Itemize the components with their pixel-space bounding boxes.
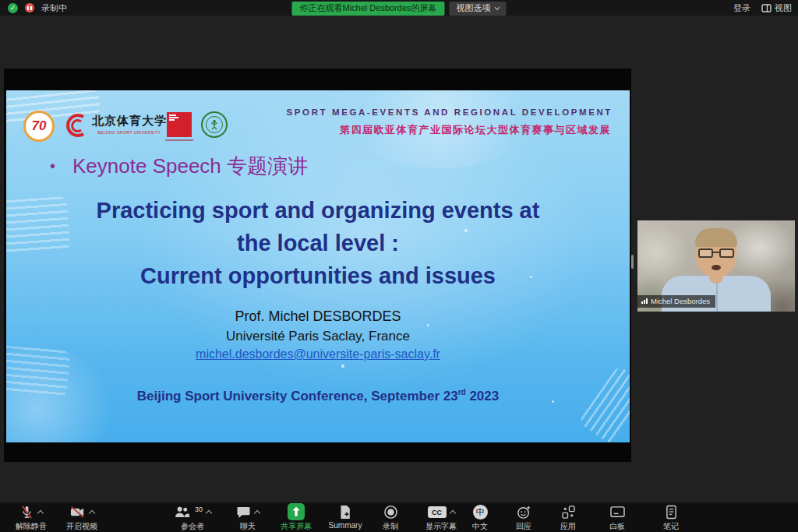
forum-title-english: SPORT MEGA-EVENTS AND REGIONAL DEVELOPME… <box>287 107 613 117</box>
participants-label: 参会者 <box>174 521 211 532</box>
unmute-label: 解除静音 <box>16 521 47 532</box>
share-screen-button[interactable]: 共享屏幕 <box>281 505 312 532</box>
slide-title: Practicing sport and organizing events a… <box>37 194 598 292</box>
recording-indicator-icon[interactable] <box>25 3 34 12</box>
view-label: 视图 <box>775 2 792 14</box>
microphone-muted-icon <box>19 505 34 520</box>
view-layout-button[interactable]: 视图 <box>761 2 792 14</box>
summary-label: Summary <box>329 521 362 530</box>
keynote-heading-text: Keynote Speech 专题演讲 <box>72 153 308 180</box>
chat-options-caret[interactable] <box>254 510 260 516</box>
chat-icon <box>236 506 251 519</box>
apps-label: 应用 <box>560 521 576 532</box>
chinese-language-icon: 中 <box>473 505 488 520</box>
share-screen-icon <box>288 503 305 520</box>
slide-title-line-2: the local level : <box>37 227 598 259</box>
portrait-hair <box>695 228 737 247</box>
login-button[interactable]: 登录 <box>733 2 750 14</box>
speaker-block: Prof. Michel DESBORDES Université Paris … <box>37 308 598 361</box>
business-school-logo <box>167 112 192 137</box>
business-school-logo-caption <box>165 139 193 141</box>
participants-button[interactable]: 30 参会者 <box>174 505 211 532</box>
meeting-top-bar: ✓ 录制中 你正在观看Michel Desbordes的屏幕 视图选项 登录 视… <box>0 0 798 16</box>
reactions-smiley-icon <box>517 505 531 520</box>
participant-video-tile[interactable]: Michel Desbordes <box>637 220 795 312</box>
language-button[interactable]: 中 中文 <box>472 505 488 532</box>
speaker-email-link[interactable]: michel.desbordes@universite-paris-saclay… <box>37 347 598 361</box>
audio-options-caret[interactable] <box>37 510 44 516</box>
encryption-shield-icon[interactable]: ✓ <box>8 3 18 13</box>
portrait-glasses <box>698 248 734 258</box>
participants-count: 30 <box>195 506 203 513</box>
decorative-dot <box>341 365 344 368</box>
start-video-button[interactable]: 开启视频 <box>66 505 97 532</box>
shared-screen-view: 70 北京体育大学 BEIJING SPORT UNIVERSITY <box>4 69 631 462</box>
reactions-button[interactable]: 回应 <box>516 505 531 532</box>
participant-name: Michel Desbordes <box>651 297 710 305</box>
anniversary-70-label: 70 <box>32 118 47 134</box>
meeting-toolbar: 解除静音 开启视频 30 <box>0 502 798 532</box>
slide-title-line-1: Practicing sport and organizing events a… <box>37 194 598 227</box>
anniversary-70-logo: 70 <box>23 111 55 142</box>
closed-captions-icon: CC <box>428 506 447 518</box>
participant-name-tag: Michel Desbordes <box>637 295 715 308</box>
record-label: 录制 <box>383 521 398 532</box>
figure-icon <box>210 119 219 130</box>
presentation-slide: 70 北京体育大学 BEIJING SPORT UNIVERSITY <box>6 90 630 442</box>
video-options-caret[interactable] <box>89 510 95 516</box>
summary-button[interactable]: Summary <box>329 505 362 530</box>
watching-screen-banner: 你正在观看Michel Desbordes的屏幕 <box>291 2 444 16</box>
apps-icon <box>562 506 575 519</box>
bsu-logo-text: 北京体育大学 BEIJING SPORT UNIVERSITY <box>90 114 168 135</box>
panel-resize-handle[interactable] <box>631 255 634 269</box>
record-button[interactable]: 录制 <box>383 505 398 532</box>
bullet-point: • <box>50 157 55 175</box>
view-layout-icon <box>761 4 772 12</box>
chevron-down-icon <box>494 5 500 10</box>
captions-button[interactable]: CC 显示字幕 <box>425 505 457 532</box>
keynote-heading: • Keynote Speech 专题演讲 <box>50 153 308 180</box>
conference-footer-ordinal: rd <box>458 388 466 396</box>
whiteboard-label: 白板 <box>609 521 625 532</box>
share-screen-label: 共享屏幕 <box>281 521 312 532</box>
reactions-label: 回应 <box>516 521 531 532</box>
zoom-meeting-window: ✓ 录制中 你正在观看Michel Desbordes的屏幕 视图选项 登录 视… <box>0 0 798 532</box>
conference-footer-text: Beijing Sport University Conference, Sep… <box>137 389 458 403</box>
conference-footer-year: 2023 <box>466 389 500 403</box>
green-institute-logo <box>201 111 228 138</box>
bsu-name-chinese: 北京体育大学 <box>90 114 168 129</box>
participants-options-caret[interactable] <box>206 510 212 516</box>
portrait-mouth <box>711 265 721 270</box>
whiteboard-button[interactable]: 白板 <box>609 505 625 532</box>
whiteboard-icon <box>610 506 625 519</box>
forum-title-chinese: 第四届欧亚体育产业国际论坛大型体育赛事与区域发展 <box>340 123 611 137</box>
notes-label: 笔记 <box>663 521 679 532</box>
apps-button[interactable]: 应用 <box>560 505 576 532</box>
notes-icon <box>666 505 677 520</box>
summary-icon <box>338 505 351 520</box>
chat-label: 聊天 <box>236 521 260 532</box>
bsu-name-english: BEIJING SPORT UNIVERSITY <box>90 130 168 135</box>
chat-button[interactable]: 聊天 <box>236 505 260 532</box>
start-video-label: 开启视频 <box>66 521 97 532</box>
captions-label: 显示字幕 <box>425 521 457 532</box>
record-icon <box>383 505 398 520</box>
view-options-dropdown[interactable]: 视图选项 <box>450 2 507 16</box>
recording-status-label: 录制中 <box>41 2 67 14</box>
unmute-button[interactable]: 解除静音 <box>16 505 47 532</box>
language-label: 中文 <box>472 521 488 532</box>
notes-button[interactable]: 笔记 <box>663 505 679 532</box>
speaker-affiliation: Université Paris Saclay, France <box>37 329 598 344</box>
bsu-swoosh-icon <box>62 112 89 139</box>
captions-options-caret[interactable] <box>449 510 455 516</box>
view-options-label: 视图选项 <box>457 2 491 14</box>
participants-icon <box>174 506 190 519</box>
signal-bars-icon <box>641 298 648 304</box>
slide-title-line-3: Current opportunities and issues <box>37 259 598 292</box>
camera-off-icon <box>69 505 86 520</box>
speaker-name: Prof. Michel DESBORDES <box>37 308 598 325</box>
conference-footer: Beijing Sport University Conference, Sep… <box>37 388 598 404</box>
